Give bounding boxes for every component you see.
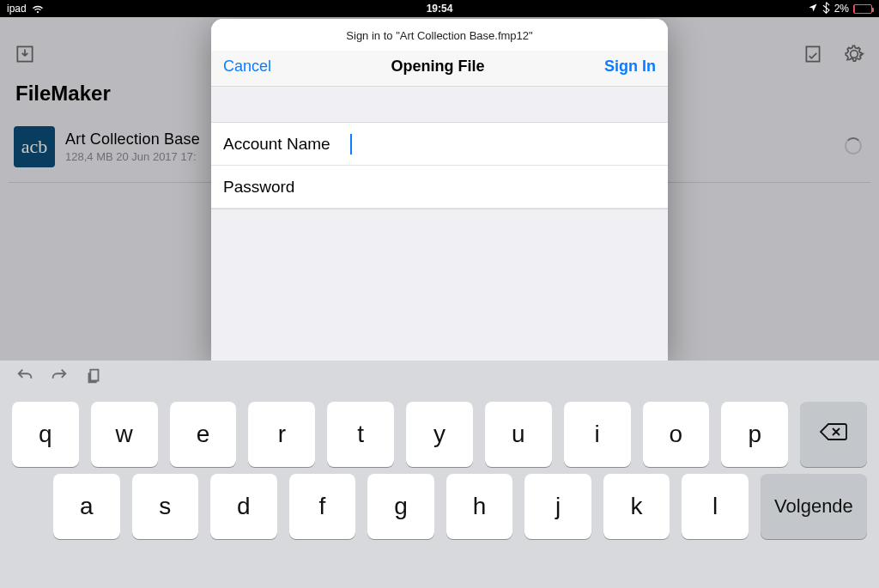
key-o[interactable]: o — [643, 402, 710, 467]
account-name-label: Account Name — [223, 135, 350, 154]
database-title: Art Collection Base — [65, 130, 200, 149]
location-icon — [808, 3, 818, 15]
undo-icon[interactable] — [15, 367, 34, 389]
key-h[interactable]: h — [446, 474, 513, 539]
key-g[interactable]: g — [367, 474, 434, 539]
gear-icon[interactable] — [843, 43, 865, 69]
key-e[interactable]: e — [170, 402, 237, 467]
key-p[interactable]: p — [721, 402, 788, 467]
download-icon[interactable] — [14, 43, 36, 69]
carrier-label: ipad — [7, 3, 27, 15]
modal-spacer — [211, 87, 668, 123]
account-name-field[interactable]: Account Name — [211, 123, 668, 166]
key-l[interactable]: l — [682, 474, 749, 539]
wifi-icon — [32, 4, 44, 13]
app-title: FileMaker — [15, 82, 111, 106]
signin-button[interactable]: Sign In — [604, 58, 656, 76]
account-name-input[interactable] — [352, 135, 656, 154]
key-f[interactable]: f — [289, 474, 356, 539]
key-a[interactable]: a — [53, 474, 120, 539]
key-j[interactable]: j — [524, 474, 591, 539]
clock: 19:54 — [0, 3, 879, 15]
redo-icon[interactable] — [50, 367, 69, 389]
modal-header: Sign in to "Art Collection Base.fmp12" — [211, 19, 668, 51]
onscreen-keyboard: q w e r t y u i o p a s d f g h j k l Vo… — [0, 361, 879, 588]
key-i[interactable]: i — [564, 402, 631, 467]
key-backspace[interactable] — [800, 402, 867, 467]
modal-body — [211, 209, 668, 361]
key-s[interactable]: s — [132, 474, 199, 539]
checklist-icon[interactable] — [802, 43, 824, 69]
signin-modal: Sign in to "Art Collection Base.fmp12" C… — [211, 19, 668, 361]
backspace-icon — [819, 421, 848, 449]
modal-title: Opening File — [391, 58, 485, 76]
bluetooth-icon — [822, 2, 830, 16]
key-w[interactable]: w — [91, 402, 158, 467]
keyboard-row-2: a s d f g h j k l Volgende — [0, 474, 879, 539]
database-subtitle: 128,4 MB 20 Jun 2017 17: — [65, 150, 200, 163]
modal-nav: Cancel Opening File Sign In — [211, 51, 668, 87]
clipboard-icon[interactable] — [84, 367, 103, 389]
key-t[interactable]: t — [327, 402, 394, 467]
cancel-button[interactable]: Cancel — [223, 58, 271, 76]
key-next[interactable]: Volgende — [761, 474, 867, 539]
key-r[interactable]: r — [248, 402, 315, 467]
key-d[interactable]: d — [210, 474, 277, 539]
key-u[interactable]: u — [485, 402, 552, 467]
database-icon: acb — [14, 126, 55, 167]
keyboard-row-1: q w e r t y u i o p — [0, 402, 879, 467]
key-k[interactable]: k — [603, 474, 670, 539]
loading-spinner-icon — [845, 137, 862, 155]
password-label: Password — [223, 178, 350, 197]
password-field[interactable]: Password — [211, 166, 668, 209]
key-q[interactable]: q — [12, 402, 79, 467]
password-input[interactable] — [350, 178, 656, 197]
key-y[interactable]: y — [406, 402, 473, 467]
battery-pct: 2% — [834, 3, 849, 15]
battery-icon — [853, 4, 872, 14]
status-bar: ipad 19:54 2% — [0, 0, 879, 17]
